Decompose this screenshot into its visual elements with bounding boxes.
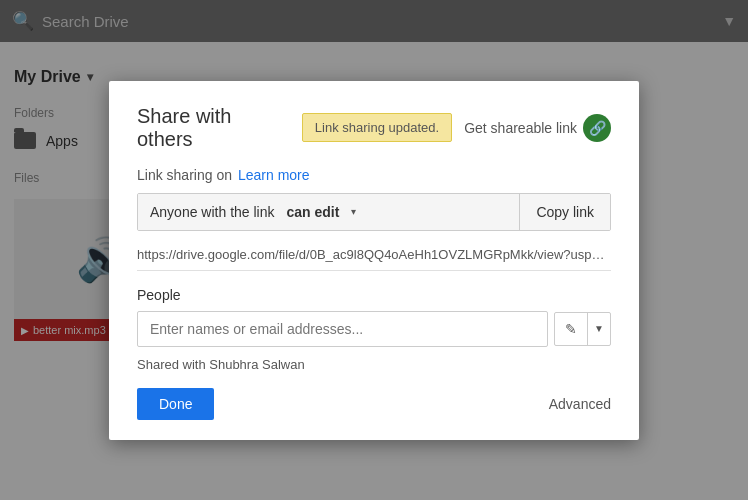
permission-select[interactable]: Anyone with the link can edit ▾: [138, 194, 520, 230]
done-button[interactable]: Done: [137, 388, 214, 420]
modal-header: Share with others Link sharing updated. …: [137, 105, 611, 151]
modal-footer: Done Advanced: [137, 388, 611, 420]
link-sharing-on-label: Link sharing on: [137, 167, 232, 183]
copy-link-button[interactable]: Copy link: [520, 194, 610, 230]
modal-title: Share with others: [137, 105, 290, 151]
permission-bold: can edit: [286, 204, 339, 220]
people-input-row: ✎ ▼: [137, 311, 611, 347]
link-permission-row: Anyone with the link can edit ▾ Copy lin…: [137, 193, 611, 231]
link-sharing-row: Link sharing on Learn more: [137, 167, 611, 183]
link-icon: 🔗: [583, 114, 611, 142]
people-email-input[interactable]: [137, 311, 548, 347]
sharing-updated-badge: Link sharing updated.: [302, 113, 452, 142]
pencil-chevron-icon: ▼: [588, 315, 610, 342]
learn-more-link[interactable]: Learn more: [238, 167, 310, 183]
edit-permissions-button[interactable]: ✎ ▼: [554, 312, 611, 346]
share-dialog: Share with others Link sharing updated. …: [109, 81, 639, 440]
modal-overlay: Share with others Link sharing updated. …: [0, 0, 748, 500]
get-shareable-link[interactable]: Get shareable link 🔗: [464, 114, 611, 142]
pencil-icon: ✎: [555, 313, 588, 345]
advanced-link[interactable]: Advanced: [549, 396, 611, 412]
shared-with-label: Shared with Shubhra Salwan: [137, 357, 611, 372]
share-url: https://drive.google.com/file/d/0B_ac9l8…: [137, 239, 611, 271]
people-label: People: [137, 287, 611, 303]
permission-chevron-icon: ▾: [351, 206, 356, 217]
get-link-label: Get shareable link: [464, 120, 577, 136]
permission-prefix: Anyone with the link: [150, 204, 275, 220]
